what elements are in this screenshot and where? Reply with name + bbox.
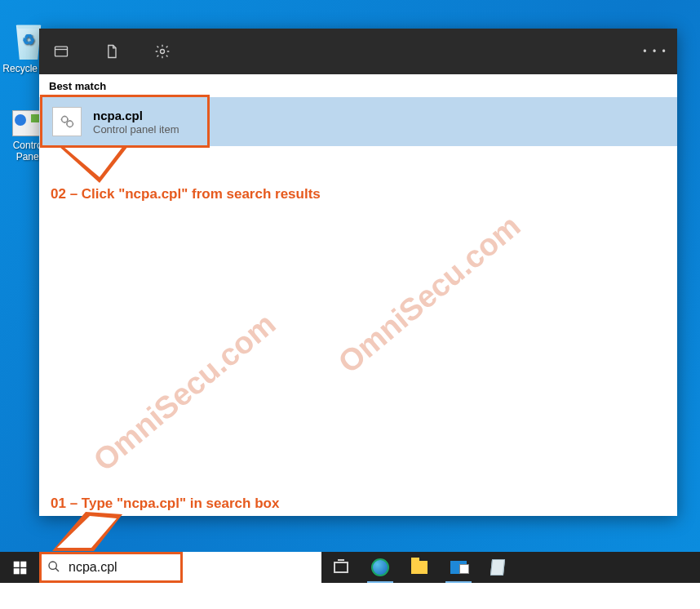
search-results-panel: • • • Best match ncpa.cpl Control panel … — [39, 29, 677, 516]
search-result-title: ncpa.cpl — [93, 109, 179, 122]
mail-icon — [450, 561, 467, 574]
svg-rect-12 — [13, 568, 19, 574]
control-panel-item-icon — [52, 107, 82, 136]
annotation-callout-arrow — [59, 146, 132, 187]
svg-point-4 — [67, 121, 73, 127]
notepad-button[interactable] — [478, 552, 517, 583]
file-explorer-button[interactable] — [400, 552, 439, 583]
search-result-subtitle: Control panel item — [93, 123, 179, 136]
svg-rect-11 — [20, 561, 26, 567]
watermark-text: OmniSecu.com — [332, 208, 528, 380]
annotation-step-02: 02 – Click "ncpa.cpl" from search result… — [51, 186, 321, 202]
edge-icon — [371, 558, 389, 576]
page-bottom-margin — [0, 583, 700, 609]
best-match-heading: Best match — [39, 74, 677, 97]
watermark-text: OmniSecu.com — [87, 306, 283, 478]
search-panel-header: • • • — [39, 29, 677, 74]
folder-icon — [411, 561, 428, 574]
start-button[interactable] — [0, 552, 39, 583]
notepad-icon — [490, 559, 505, 576]
annotation-step-01: 01 – Type "ncpa.cpl" in search box — [51, 496, 279, 512]
search-result-item[interactable]: ncpa.cpl Control panel item — [39, 97, 677, 146]
task-view-icon — [334, 562, 348, 573]
filter-all-icon[interactable] — [46, 36, 77, 67]
annotation-callout-arrow — [49, 512, 122, 553]
search-icon — [47, 560, 60, 576]
filter-documents-icon[interactable] — [96, 36, 127, 67]
edge-browser-button[interactable] — [361, 552, 400, 583]
taskbar-search-box[interactable] — [39, 552, 321, 583]
search-result-text: ncpa.cpl Control panel item — [93, 109, 179, 136]
svg-rect-13 — [20, 568, 26, 574]
svg-point-14 — [49, 562, 56, 569]
filter-settings-icon[interactable] — [147, 36, 178, 67]
taskbar-pinned-apps — [321, 552, 517, 583]
task-view-button[interactable] — [321, 552, 361, 583]
svg-rect-0 — [55, 47, 68, 56]
mail-app-button[interactable] — [439, 552, 478, 583]
more-options-button[interactable]: • • • — [640, 36, 671, 67]
svg-point-3 — [62, 117, 68, 122]
taskbar — [0, 552, 700, 583]
svg-point-2 — [161, 50, 165, 54]
svg-line-15 — [55, 568, 59, 571]
svg-rect-10 — [13, 561, 19, 567]
search-input[interactable] — [69, 560, 313, 575]
